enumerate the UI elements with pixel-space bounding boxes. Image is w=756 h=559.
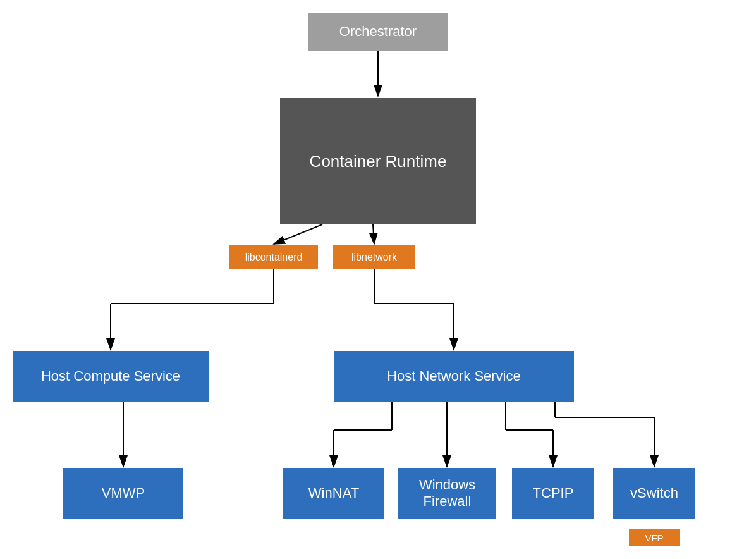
svg-line-1 — [274, 224, 322, 244]
vmwp-label: VMWP — [102, 485, 145, 501]
orchestrator-label: Orchestrator — [339, 23, 417, 40]
vmwp-node: VMWP — [63, 468, 183, 519]
host-compute-service-label: Host Compute Service — [41, 368, 180, 384]
orchestrator-node: Orchestrator — [308, 13, 448, 51]
tcpip-label: TCPIP — [533, 485, 574, 501]
libnetwork-label: libnetwork — [351, 252, 397, 263]
container-runtime-node: Container Runtime — [280, 98, 476, 224]
diagram: Orchestrator Container Runtime libcontai… — [0, 0, 756, 559]
winnat-node: WinNAT — [283, 468, 384, 519]
windows-firewall-node: Windows Firewall — [398, 468, 496, 519]
host-network-service-label: Host Network Service — [387, 368, 521, 384]
winnat-label: WinNAT — [308, 485, 359, 501]
tcpip-node: TCPIP — [512, 468, 594, 519]
vswitch-label: vSwitch — [630, 485, 678, 501]
host-compute-service-node: Host Compute Service — [13, 351, 209, 402]
vfp-label: VFP — [645, 532, 663, 543]
vfp-node: VFP — [629, 529, 680, 546]
windows-firewall-label: Windows Firewall — [419, 477, 475, 510]
libcontainerd-node: libcontainerd — [229, 245, 318, 269]
svg-line-2 — [373, 224, 374, 244]
host-network-service-node: Host Network Service — [334, 351, 574, 402]
libnetwork-node: libnetwork — [333, 245, 415, 269]
vswitch-node: vSwitch — [613, 468, 695, 519]
libcontainerd-label: libcontainerd — [245, 252, 303, 263]
container-runtime-label: Container Runtime — [310, 152, 447, 171]
